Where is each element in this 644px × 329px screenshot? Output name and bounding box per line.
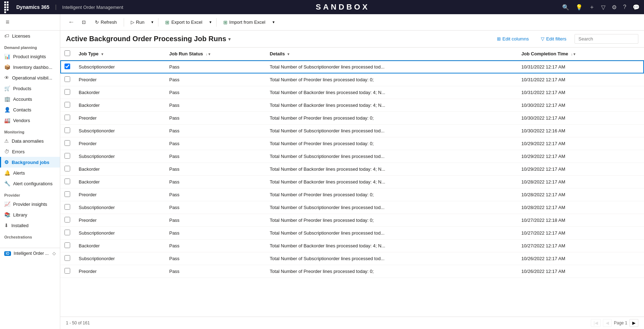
refresh-button[interactable]: ↻ Refresh	[91, 17, 121, 27]
row-checkbox[interactable]	[65, 115, 70, 120]
row-checkbox[interactable]	[65, 64, 70, 69]
row-checkbox-cell[interactable]	[60, 227, 74, 240]
row-checkbox[interactable]	[65, 76, 70, 82]
back-button[interactable]: ←	[66, 17, 77, 27]
row-checkbox[interactable]	[65, 153, 70, 159]
table-row[interactable]: Backorder Pass Total Number of Backorder…	[60, 86, 644, 99]
sidebar-item-errors[interactable]: ⏱ Errors	[0, 146, 60, 157]
row-checkbox-cell[interactable]	[60, 125, 74, 137]
row-checkbox-cell[interactable]	[60, 265, 74, 278]
table-row[interactable]: Preorder Pass Total Number of Preorder l…	[60, 137, 644, 150]
col-header-job-type[interactable]: Job Type ▾	[74, 48, 165, 60]
lightbulb-icon[interactable]: 💡	[576, 4, 583, 11]
sidebar-footer-icon[interactable]: ◇	[52, 251, 56, 256]
row-checkbox-cell[interactable]	[60, 60, 74, 73]
settings-icon[interactable]: ⚙	[612, 4, 617, 11]
sidebar-item-library[interactable]: 📚 Library	[0, 209, 60, 220]
sidebar-item-operational-visibility[interactable]: 👁 Operational visibil...	[0, 72, 60, 83]
row-checkbox[interactable]	[65, 191, 70, 197]
row-checkbox-cell[interactable]	[60, 86, 74, 99]
export-dropdown[interactable]: ▾	[208, 18, 213, 27]
table-row[interactable]: Backorder Pass Total Number of Backorder…	[60, 99, 644, 112]
sidebar-toggle-button[interactable]: ≡	[4, 17, 11, 27]
help-icon[interactable]: ?	[623, 4, 626, 10]
row-checkbox-cell[interactable]	[60, 112, 74, 125]
table-row[interactable]: Subscriptionorder Pass Total Number of S…	[60, 227, 644, 240]
next-page-button[interactable]: ▶	[629, 319, 638, 327]
row-checkbox[interactable]	[65, 89, 70, 95]
sidebar-item-product-insights[interactable]: 📊 Product insights	[0, 51, 60, 62]
refresh-icon: ↻	[95, 20, 99, 25]
edit-columns-button[interactable]: ⊞ Edit columns	[493, 34, 533, 44]
row-checkbox-cell[interactable]	[60, 240, 74, 252]
row-checkbox-cell[interactable]	[60, 163, 74, 176]
row-checkbox[interactable]	[65, 127, 70, 133]
export-button[interactable]: ⊞ Export to Excel	[161, 17, 206, 27]
row-checkbox-cell[interactable]	[60, 150, 74, 163]
table-row[interactable]: Preorder Pass Total Number of Preorder l…	[60, 112, 644, 125]
search-icon[interactable]: 🔍	[562, 4, 569, 11]
row-checkbox-cell[interactable]	[60, 137, 74, 150]
prev-page-button[interactable]: ◀	[603, 319, 612, 327]
run-button[interactable]: ▷ Run	[127, 17, 149, 27]
import-button[interactable]: ⊞ Import from Excel	[219, 17, 269, 27]
add-icon[interactable]: ＋	[589, 4, 595, 11]
run-dropdown[interactable]: ▾	[150, 18, 155, 27]
import-dropdown[interactable]: ▾	[271, 18, 276, 27]
sidebar-item-inventory-dashboard[interactable]: 📦 Inventory dashbo...	[0, 62, 60, 72]
col-header-details[interactable]: Details ▾	[265, 48, 517, 60]
table-row[interactable]: Subscriptionorder Pass Total Number of S…	[60, 201, 644, 214]
first-page-button[interactable]: |◀	[591, 319, 601, 327]
row-checkbox[interactable]	[65, 204, 70, 210]
sidebar-item-products[interactable]: 🛒 Products	[0, 83, 60, 94]
sidebar-item-background-jobs[interactable]: ⚙ Background jobs	[0, 157, 60, 168]
row-checkbox-cell[interactable]	[60, 99, 74, 112]
table-row[interactable]: Backorder Pass Total Number of Backorder…	[60, 163, 644, 176]
select-all-header[interactable]	[60, 48, 74, 60]
table-row[interactable]: Preorder Pass Total Number of Preorder l…	[60, 214, 644, 227]
row-checkbox-cell[interactable]	[60, 201, 74, 214]
table-row[interactable]: Subscriptionorder Pass Total Number of S…	[60, 252, 644, 265]
sidebar-item-provider-insights[interactable]: 📈 Provider insights	[0, 199, 60, 209]
row-checkbox[interactable]	[65, 242, 70, 248]
sidebar-item-installed[interactable]: ⬇ Installed	[0, 220, 60, 231]
table-row[interactable]: Subscriptionorder Pass Total Number of S…	[60, 150, 644, 163]
row-checkbox[interactable]	[65, 268, 70, 274]
select-all-checkbox[interactable]	[65, 50, 70, 56]
row-checkbox[interactable]	[65, 255, 70, 261]
row-checkbox[interactable]	[65, 230, 70, 235]
sidebar-item-accounts[interactable]: 🏢 Accounts	[0, 94, 60, 104]
filter-icon[interactable]: ▽	[601, 4, 605, 11]
row-checkbox-cell[interactable]	[60, 176, 74, 188]
row-checkbox[interactable]	[65, 102, 70, 108]
row-checkbox-cell[interactable]	[60, 73, 74, 86]
row-checkbox[interactable]	[65, 179, 70, 184]
search-input[interactable]	[575, 34, 638, 44]
table-row[interactable]: Subscriptionorder Pass Total Number of S…	[60, 125, 644, 137]
table-row[interactable]: Preorder Pass Total Number of Preorder l…	[60, 188, 644, 201]
col-header-completion-time[interactable]: Job Completion Time ↓ ▾	[517, 48, 644, 60]
edit-filters-button[interactable]: ▽ Edit filters	[537, 34, 570, 44]
row-checkbox[interactable]	[65, 140, 70, 146]
row-checkbox-cell[interactable]	[60, 252, 74, 265]
apps-icon[interactable]	[4, 1, 11, 13]
table-row[interactable]: Backorder Pass Total Number of Backorder…	[60, 176, 644, 188]
chat-icon[interactable]: 💬	[633, 4, 640, 11]
table-row[interactable]: Preorder Pass Total Number of Preorder l…	[60, 73, 644, 86]
sidebar-item-contacts[interactable]: 👤 Contacts	[0, 104, 60, 115]
sidebar-item-data-anomalies[interactable]: ⚠ Data anomalies	[0, 136, 60, 146]
sidebar-item-licenses[interactable]: 🏷 Licenses	[0, 31, 60, 41]
table-row[interactable]: Preorder Pass Total Number of Preorder l…	[60, 265, 644, 278]
save-view-button[interactable]: ⊡	[78, 17, 90, 27]
col-header-job-run-status[interactable]: Job Run Status ↓ ▾	[165, 48, 265, 60]
table-row[interactable]: Backorder Pass Total Number of Backorder…	[60, 240, 644, 252]
row-checkbox-cell[interactable]	[60, 214, 74, 227]
sidebar-item-alert-configurations[interactable]: 🔧 Alert configurations	[0, 178, 60, 189]
sidebar-item-vendors[interactable]: 🏭 Vendors	[0, 115, 60, 126]
sidebar-item-alerts[interactable]: 🔔 Alerts	[0, 168, 60, 178]
row-checkbox[interactable]	[65, 217, 70, 223]
table-row[interactable]: Subscriptionorder Pass Total Number of S…	[60, 60, 644, 73]
row-checkbox-cell[interactable]	[60, 188, 74, 201]
row-checkbox[interactable]	[65, 166, 70, 171]
page-title-chevron-icon[interactable]: ▾	[228, 36, 231, 42]
